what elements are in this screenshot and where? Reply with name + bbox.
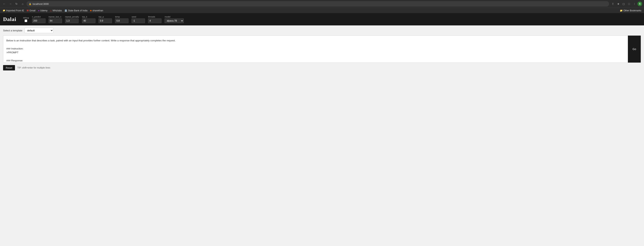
bookmark-gmail[interactable]: M Gmail <box>26 9 36 13</box>
folder-icon: 📁 <box>620 9 623 12</box>
n-predict-label: n_predict <box>32 16 41 18</box>
gmail-icon: M <box>27 9 28 12</box>
share-button[interactable]: ⇧ <box>610 2 615 6</box>
prompt-container: Below is an instruction that describes a… <box>3 35 641 63</box>
address-bar[interactable]: 🔒 localhost:3000 <box>26 1 609 7</box>
top-p-label: top_p <box>98 16 104 18</box>
template-label: Select a template <box>3 29 22 32</box>
folder-icon: 📁 <box>3 9 6 12</box>
refresh-button[interactable]: ↻ <box>14 2 19 6</box>
app-logo: Dalai <box>3 16 18 22</box>
temp-group: temp <box>115 16 128 23</box>
seed-input[interactable] <box>132 19 145 23</box>
user-avatar[interactable]: S <box>638 2 642 6</box>
seed-group: seed <box>132 16 145 23</box>
model-select[interactable]: alpaca.7B alpaca.13B gpt4all.7B <box>164 19 184 23</box>
sharekhan-icon: ◆ <box>90 9 92 12</box>
top-k-group: top_k <box>82 16 96 23</box>
debug-label: debug <box>23 17 29 19</box>
template-select[interactable]: default custom <box>24 28 54 33</box>
bookmark-udemy[interactable]: ● Udemy <box>37 9 49 13</box>
top-k-input[interactable] <box>82 19 96 23</box>
temp-input[interactable] <box>115 19 128 23</box>
top-k-label: top_k <box>82 16 87 18</box>
udemy-icon: ● <box>38 10 40 12</box>
back-button[interactable]: ← <box>2 2 6 6</box>
menu-button[interactable]: ⁝ <box>632 2 637 6</box>
bookmark-imported-from-ie[interactable]: 📁 Imported From IE <box>2 9 25 13</box>
bookmark-sbi[interactable]: 🏦 State Bank of India <box>63 9 88 13</box>
seed-label: seed <box>132 16 136 18</box>
lock-icon: 🔒 <box>29 3 32 5</box>
top-p-input[interactable] <box>98 19 112 23</box>
browser-actions: ⇧ ★ ◻ □ ⁝ S <box>610 2 642 6</box>
app-header: Dalai debug n_predict repeat_last_n repe… <box>0 13 644 25</box>
debug-group: debug <box>23 17 29 22</box>
repeat-last-n-label: repeat_last_n <box>48 16 62 18</box>
repeat-last-n-input[interactable] <box>48 19 62 23</box>
bookmark-whizlabs[interactable]: △ Whizlabs <box>49 9 63 13</box>
repeat-last-n-group: repeat_last_n <box>48 16 62 23</box>
bookmarks-bar: 📁 Imported From IE M Gmail ● Udemy △ Whi… <box>0 8 644 13</box>
browser-chrome: ← → ↻ ⌂ 🔒 localhost:3000 ⇧ ★ ◻ □ ⁝ S <box>0 0 644 8</box>
forward-button[interactable]: → <box>8 2 13 6</box>
bottom-row: Reset TIP: shift+enter for multiple line… <box>3 65 641 70</box>
prompt-textarea[interactable]: Below is an instruction that describes a… <box>3 36 628 63</box>
reset-button[interactable]: Reset <box>3 65 15 70</box>
n-predict-group: n_predict <box>32 16 46 23</box>
other-bookmarks[interactable]: 📁 Other Bookmarks <box>619 9 642 13</box>
n-predict-input[interactable] <box>32 19 46 23</box>
sbi-icon: 🏦 <box>64 9 67 12</box>
threads-input[interactable] <box>148 19 162 23</box>
threads-group: threads <box>148 16 162 23</box>
bookmark-sharekhan[interactable]: ◆ sharekhan <box>89 9 104 13</box>
top-p-group: top_p <box>98 16 112 23</box>
main-content: Select a template default custom Below i… <box>0 25 644 73</box>
template-row: Select a template default custom <box>3 28 641 33</box>
repeat-penalty-input[interactable] <box>65 19 78 23</box>
threads-label: threads <box>148 16 155 18</box>
whizlabs-icon: △ <box>50 9 52 12</box>
tip-text: TIP: shift+enter for multiple lines <box>17 66 50 69</box>
tab-button[interactable]: □ <box>627 2 631 6</box>
go-button[interactable]: Go <box>628 36 641 63</box>
model-label: model <box>164 16 170 18</box>
extensions-button[interactable]: ◻ <box>621 2 626 6</box>
model-group: model alpaca.7B alpaca.13B gpt4all.7B <box>164 16 184 23</box>
url-text: localhost:3000 <box>33 3 49 6</box>
params-bar: debug n_predict repeat_last_n repeat_pen… <box>23 16 641 23</box>
bookmark-button[interactable]: ★ <box>616 2 620 6</box>
repeat-penalty-label: repeat_penalty <box>65 16 79 18</box>
home-button[interactable]: ⌂ <box>20 2 25 6</box>
temp-label: temp <box>115 16 120 18</box>
repeat-penalty-group: repeat_penalty <box>65 16 79 23</box>
debug-checkbox[interactable] <box>24 20 27 22</box>
